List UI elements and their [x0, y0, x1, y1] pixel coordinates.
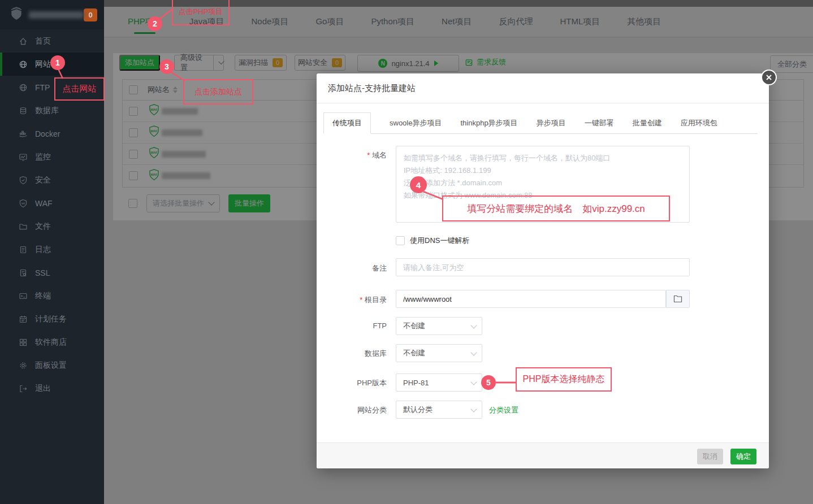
security-count-badge: 0	[332, 58, 342, 67]
sidebar-item-home[interactable]: 首页	[0, 29, 104, 53]
dns-resolve-checkbox[interactable]	[396, 236, 405, 245]
tab-html[interactable]: HTML项目	[560, 7, 600, 37]
ftp-select[interactable]: 不创建	[396, 317, 482, 335]
docker-icon	[19, 129, 28, 138]
vuln-count-badge: 0	[273, 58, 283, 67]
site-security-button[interactable]: 网站安全 0	[295, 55, 345, 71]
sidebar-item-waf[interactable]: WAF	[0, 192, 104, 215]
sidebar-item-label: 安全	[35, 175, 51, 185]
ftp-select-value: 不创建	[403, 321, 425, 331]
sidebar-item-monitor[interactable]: 监控	[0, 145, 104, 168]
tab-other[interactable]: 其他项目	[627, 7, 661, 37]
chevron-down-icon	[470, 379, 477, 385]
sidebar-item-terminal[interactable]: 终端	[0, 284, 104, 307]
sidebar-item-panel-settings[interactable]: 面板设置	[0, 354, 104, 377]
browse-directory-button[interactable]	[666, 290, 690, 308]
vuln-scan-button[interactable]: 漏洞扫描 0	[235, 55, 287, 71]
globe-icon	[19, 60, 28, 69]
sidebar-item-ssl[interactable]: SSL	[0, 261, 104, 284]
row-checkbox[interactable]	[129, 128, 138, 137]
gear-icon	[19, 361, 28, 370]
modal-tab-app-env[interactable]: 应用环境包	[681, 113, 717, 133]
sidebar-item-logout[interactable]: 退出	[0, 377, 104, 400]
database-label: 数据库	[317, 349, 387, 359]
domain-placeholder-line: 泛解析添加方法 *.domain.com	[404, 177, 682, 189]
batch-select-placeholder: 请选择批量操作	[153, 198, 204, 208]
svg-text:WAF: WAF	[150, 108, 158, 111]
message-count-badge[interactable]: 0	[84, 8, 97, 21]
tab-node[interactable]: Node项目	[252, 7, 289, 37]
sidebar-item-label: 计划任务	[35, 314, 67, 324]
blurred-site-name	[162, 151, 206, 158]
sidebar-item-label: 文件	[35, 221, 51, 232]
select-all-checkbox[interactable]	[129, 85, 138, 94]
chevron-down-icon	[218, 59, 224, 65]
batch-select-checkbox[interactable]	[128, 199, 137, 208]
blurred-site-name	[162, 108, 198, 115]
sort-icon[interactable]	[173, 86, 178, 93]
webserver-version-label: nginx1.21.4	[391, 59, 429, 68]
play-icon	[434, 60, 438, 66]
sidebar-item-security[interactable]: 安全	[0, 168, 104, 192]
database-select[interactable]: 不创建	[396, 344, 482, 362]
close-icon	[766, 74, 772, 81]
log-file-icon	[19, 245, 28, 254]
sidebar-item-files[interactable]: 文件	[0, 215, 104, 238]
modal-tab-batch-create[interactable]: 批量创建	[633, 113, 662, 133]
note-input[interactable]	[396, 258, 690, 276]
waf-shield-icon: WAF	[149, 104, 159, 118]
home-icon	[19, 37, 28, 46]
root-dir-input[interactable]	[396, 290, 666, 308]
modal-tab-traditional[interactable]: 传统项目	[323, 112, 371, 134]
annotation-step-2-circle: 2	[148, 16, 162, 31]
site-category-select[interactable]: 默认分类	[396, 401, 482, 419]
modal-tabs: 传统项目 swoole异步项目 thinkphp异步项目 异步项目 一键部署 批…	[323, 113, 758, 134]
row-checkbox[interactable]	[129, 150, 138, 159]
app-root: PHP项目 Java项目 Node项目 Go项目 Python项目 Net项目 …	[0, 0, 813, 504]
webserver-button[interactable]: N nginx1.21.4	[357, 55, 459, 72]
modal-tab-thinkphp[interactable]: thinkphp异步项目	[460, 113, 517, 133]
batch-operation-select[interactable]: 请选择批量操作	[146, 194, 220, 212]
domain-placeholder-line: 如需填写多个域名，请换行填写，每行一个域名，默认为80端口	[404, 152, 682, 164]
sidebar-item-label: 软件商店	[35, 337, 67, 347]
tab-reverse-proxy[interactable]: 反向代理	[499, 7, 533, 37]
blurred-site-name	[162, 129, 202, 136]
modal-tab-async[interactable]: 异步项目	[537, 113, 566, 133]
row-checkbox[interactable]	[129, 107, 138, 116]
column-site-name[interactable]: 网站名	[148, 85, 178, 95]
feedback-link[interactable]: 需求反馈	[465, 57, 506, 67]
sidebar-item-label: SSL	[35, 268, 50, 277]
sidebar-item-app-store[interactable]: 软件商店	[0, 331, 104, 354]
tab-go[interactable]: Go项目	[315, 7, 344, 37]
row-checkbox[interactable]	[129, 171, 138, 180]
modal-tab-swoole[interactable]: swoole异步项目	[390, 113, 442, 133]
site-category-label: 网站分类	[317, 405, 387, 415]
sidebar-item-database[interactable]: 数据库	[0, 99, 104, 122]
sidebar-item-label: Docker	[35, 129, 60, 138]
annotation-step-3-box: 点击添加站点	[183, 79, 253, 105]
site-name-header-label: 网站名	[148, 85, 170, 95]
feedback-label: 需求反馈	[477, 57, 506, 67]
tab-net[interactable]: Net项目	[442, 7, 472, 37]
sidebar-item-docker[interactable]: Docker	[0, 122, 104, 145]
add-site-button[interactable]: 添加站点	[119, 55, 160, 71]
modal-close-button[interactable]	[761, 69, 777, 85]
php-version-select[interactable]: PHP-81	[396, 373, 482, 392]
advanced-settings-button[interactable]: 高级设置	[174, 55, 224, 71]
category-settings-link[interactable]: 分类设置	[489, 405, 518, 415]
tab-python[interactable]: Python项目	[371, 7, 414, 37]
category-filter-select[interactable]: 全部分类	[770, 55, 813, 73]
sidebar-item-logs[interactable]: 日志	[0, 238, 104, 261]
modal-tab-one-click-deploy[interactable]: 一键部署	[585, 113, 614, 133]
sidebar-item-label: 日志	[35, 245, 51, 255]
dns-resolve-option: 使用DNS一键解析	[396, 236, 469, 246]
confirm-button[interactable]: 确定	[730, 449, 756, 464]
sidebar-item-cron[interactable]: 计划任务	[0, 307, 104, 331]
annotation-step-4-circle: 4	[410, 176, 427, 193]
chevron-down-icon	[470, 322, 477, 328]
sidebar-item-label: 退出	[35, 384, 51, 394]
annotation-step-5-box: PHP版本选择纯静态	[516, 367, 612, 392]
cancel-button[interactable]: 取消	[697, 449, 723, 464]
waf-shield-icon: WAF	[149, 169, 159, 183]
batch-operation-button[interactable]: 批量操作	[228, 194, 270, 212]
